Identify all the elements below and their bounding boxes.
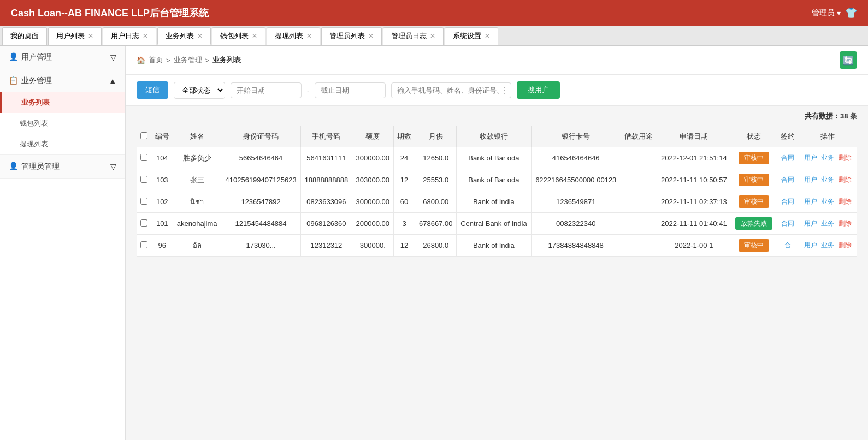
tab-item[interactable]: 我的桌面 (2, 27, 47, 45)
actions-cell: 用户 业务 删除 (799, 147, 857, 169)
status-badge: 审核中 (739, 152, 769, 164)
action-删除-link[interactable]: 删除 (839, 241, 852, 249)
search-input[interactable] (391, 82, 511, 98)
status-cell: 审核中 (731, 169, 776, 191)
action-用户-link[interactable]: 用户 (804, 219, 817, 227)
action-业务-link[interactable]: 业务 (821, 154, 834, 162)
sms-button[interactable]: 短信 (137, 81, 168, 99)
action-删除-link[interactable]: 删除 (839, 176, 852, 183)
tab-close-icon[interactable]: ✕ (143, 32, 148, 40)
date-separator: - (307, 86, 309, 94)
tab-item[interactable]: 用户日志✕ (103, 27, 156, 45)
action-删除-link[interactable]: 删除 (839, 219, 852, 227)
table-cell: 300000.00 (352, 191, 393, 213)
table-cell: akenohajima (173, 213, 221, 235)
table-row: 96อัล173030...12312312300000.1226800.0Ba… (137, 235, 857, 257)
row-checkbox[interactable] (140, 198, 147, 205)
row-checkbox[interactable] (140, 241, 147, 248)
column-header: 签约 (776, 126, 799, 147)
breadcrumb-sep2: > (205, 56, 210, 64)
tab-close-icon[interactable]: ✕ (88, 32, 93, 40)
action-用户-link[interactable]: 用户 (804, 198, 817, 205)
sidebar-group: 📋业务管理▲业务列表钱包列表提现列表 (0, 69, 125, 155)
tab-close-icon[interactable]: ✕ (485, 32, 490, 40)
table-row: 103张三41025619940712562318888888888303000… (137, 169, 857, 191)
table-cell: 1236549871 (531, 191, 621, 213)
contract-link[interactable]: 合 (784, 241, 791, 249)
breadcrumb-sep1: > (166, 56, 170, 64)
contract-link[interactable]: 合同 (781, 176, 794, 183)
action-业务-link[interactable]: 业务 (821, 219, 834, 227)
status-badge: 审核中 (739, 195, 769, 208)
action-用户-link[interactable]: 用户 (804, 241, 817, 249)
total-label: 共有数据： (805, 112, 840, 120)
table-cell: 0082322340 (531, 213, 621, 235)
refresh-button[interactable]: 🔄 (840, 51, 857, 69)
action-业务-link[interactable]: 业务 (821, 241, 834, 249)
sidebar-group-header[interactable]: 👤用户管理▽ (0, 46, 125, 69)
table-cell: 678667.00 (415, 213, 457, 235)
breadcrumb-home[interactable]: 首页 (149, 55, 163, 65)
sidebar: 👤用户管理▽📋业务管理▲业务列表钱包列表提现列表👤管理员管理▽ (0, 46, 126, 440)
table-cell: 17384884848848 (531, 235, 621, 257)
action-删除-link[interactable]: 删除 (839, 198, 852, 205)
column-header: 收款银行 (457, 126, 532, 147)
breadcrumb-parent[interactable]: 业务管理 (174, 55, 202, 65)
sidebar-item[interactable]: 提现列表 (0, 134, 125, 154)
tab-close-icon[interactable]: ✕ (368, 32, 374, 40)
row-checkbox[interactable] (140, 176, 147, 183)
action-删除-link[interactable]: 删除 (839, 154, 852, 162)
admin-dropdown-button[interactable]: 管理员 ▾ (812, 8, 841, 18)
action-用户-link[interactable]: 用户 (804, 154, 817, 162)
sidebar-group-header[interactable]: 👤管理员管理▽ (0, 155, 125, 178)
table-cell: 104 (151, 147, 173, 169)
tab-item[interactable]: 用户列表✕ (48, 27, 102, 45)
select-all-checkbox[interactable] (140, 132, 147, 139)
status-select[interactable]: 全部状态 (174, 82, 225, 99)
tab-item[interactable]: 系统设置✕ (445, 27, 498, 45)
end-date-input[interactable] (315, 82, 386, 98)
search-button[interactable]: 搜用户 (517, 81, 560, 99)
column-header: 期数 (393, 126, 415, 147)
table-cell: 416546464646 (531, 147, 621, 169)
admin-label: 管理员 (812, 8, 835, 18)
group-icon: 📋 (9, 76, 18, 85)
tab-item[interactable]: 管理员列表✕ (321, 27, 382, 45)
sidebar-item[interactable]: 钱包列表 (0, 113, 125, 134)
table-cell: 6800.00 (415, 191, 457, 213)
tab-item[interactable]: 提现列表✕ (267, 27, 320, 45)
action-业务-link[interactable]: 业务 (821, 198, 834, 205)
table-cell: 2022-11-11 01:40:41 (657, 213, 731, 235)
action-业务-link[interactable]: 业务 (821, 176, 834, 183)
status-cell: 审核中 (731, 191, 776, 213)
action-用户-link[interactable]: 用户 (804, 176, 817, 183)
contract-cell: 合同 (776, 169, 799, 191)
breadcrumb-links: 🏠 首页 > 业务管理 > 业务列表 (137, 55, 241, 65)
row-checkbox[interactable] (140, 154, 147, 161)
tab-close-icon[interactable]: ✕ (252, 32, 257, 40)
actions-cell: 用户 业务 删除 (799, 235, 857, 257)
total-count: 38 (840, 112, 848, 120)
table-cell: 60 (393, 191, 415, 213)
table-row: 102นิชา12365478920823633096300000.006068… (137, 191, 857, 213)
tab-close-icon[interactable]: ✕ (430, 32, 435, 40)
contract-cell: 合同 (776, 213, 799, 235)
group-icon: 👤 (9, 52, 18, 61)
sidebar-item[interactable]: 业务列表 (0, 92, 125, 113)
tab-item[interactable]: 管理员日志✕ (383, 27, 444, 45)
tab-item[interactable]: 业务列表✕ (157, 27, 211, 45)
tab-label: 提现列表 (275, 31, 303, 41)
tab-item[interactable]: 钱包列表✕ (212, 27, 265, 45)
table-cell: 胜多负少 (173, 147, 221, 169)
row-checkbox[interactable] (140, 219, 147, 227)
breadcrumb: 🏠 首页 > 业务管理 > 业务列表 🔄 (126, 46, 868, 75)
tab-close-icon[interactable]: ✕ (197, 32, 203, 40)
tab-close-icon[interactable]: ✕ (306, 32, 312, 40)
contract-link[interactable]: 合同 (781, 219, 794, 227)
table-cell: อัล (173, 235, 221, 257)
table-cell: 300000.00 (352, 147, 393, 169)
start-date-input[interactable] (231, 82, 302, 98)
contract-link[interactable]: 合同 (781, 198, 794, 205)
contract-link[interactable]: 合同 (781, 154, 794, 162)
sidebar-group-header[interactable]: 📋业务管理▲ (0, 69, 125, 92)
